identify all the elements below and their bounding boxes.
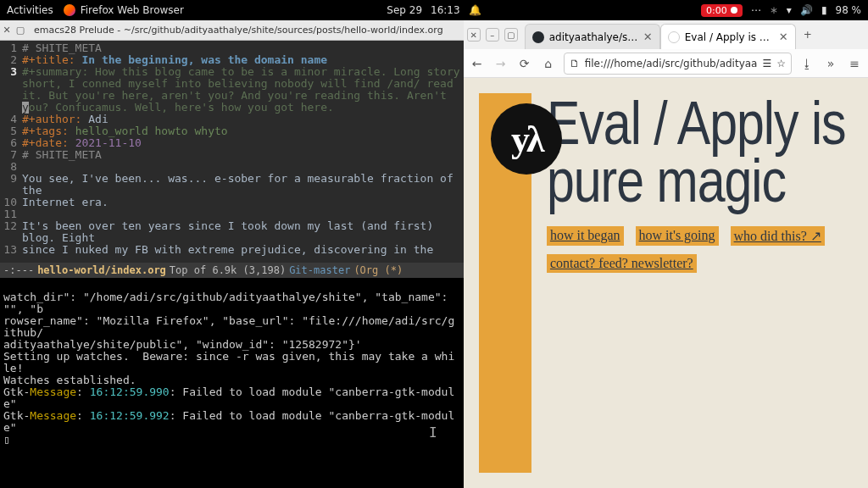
text-cursor-icon: I [429, 427, 437, 439]
url-bar[interactable]: 🗋 file:///home/adi/src/github/adityaa ☰ … [564, 53, 792, 75]
activities-button[interactable]: Activities [7, 4, 53, 16]
page-icon [668, 31, 680, 43]
clock-time[interactable]: 16:13 [431, 4, 460, 16]
logo-text: yλ [511, 118, 542, 161]
screencast-indicator[interactable]: 0:00 [701, 4, 743, 17]
battery-percent: 98 % [836, 4, 862, 16]
home-button[interactable]: ⌂ [540, 57, 557, 70]
battery-icon[interactable]: ▮ [821, 4, 827, 16]
close-tab-icon[interactable]: ✕ [643, 30, 653, 43]
link-how-its-going[interactable]: how it's going [636, 226, 719, 246]
link-how-it-began[interactable]: how it began [547, 226, 624, 246]
overflow-icon[interactable]: » [822, 57, 839, 70]
browser-tabbar: ✕ – ▢ adityaathalye/shite: The ✕ Eval / … [464, 20, 868, 49]
gnome-topbar: Activities Firefox Web Browser Sep 29 16… [0, 0, 868, 20]
close-icon[interactable]: ✕ [0, 25, 14, 36]
tab-github[interactable]: adityaathalye/shite: The ✕ [525, 24, 660, 49]
modeline-filename: hello-world/index.org [37, 264, 166, 276]
emacs-titlebar[interactable]: ✕ ▢ emacs28 Prelude - ~/src/github/adity… [0, 20, 464, 41]
emacs-buffer[interactable]: 1# SHITE_META 2#+title: In the beginning… [0, 41, 464, 263]
reload-button[interactable]: ⟳ [516, 57, 533, 70]
forward-button[interactable]: → [492, 57, 509, 70]
notification-bell-icon[interactable]: 🔔 [469, 4, 481, 16]
wifi-icon[interactable]: ▾ [787, 4, 792, 16]
page-title: Eval / Apply is pure magic [547, 93, 853, 209]
window-maximize-icon[interactable]: ▢ [504, 28, 518, 42]
bookmark-star-icon[interactable]: ☆ [776, 58, 786, 69]
clock-date[interactable]: Sep 29 [387, 4, 422, 16]
file-scheme-icon: 🗋 [570, 58, 580, 69]
page-content: yλ Eval / Apply is pure magic how it beg… [464, 78, 868, 488]
volume-icon[interactable]: 🔊 [800, 4, 813, 16]
window-icon[interactable]: ▢ [14, 25, 27, 36]
link-who-did-this[interactable]: who did this? ↗ [731, 226, 825, 246]
hamburger-menu-icon[interactable]: ≡ [846, 57, 863, 70]
browser-toolbar: ← → ⟳ ⌂ 🗋 file:///home/adi/src/github/ad… [464, 49, 868, 78]
firefox-window: ✕ – ▢ adityaathalye/shite: The ✕ Eval / … [464, 20, 868, 488]
emacs-cursor: y [22, 102, 29, 114]
github-icon [532, 31, 544, 43]
app-menu[interactable]: Firefox Web Browser [64, 4, 184, 16]
nav-links: how it began how it's going who did this… [547, 226, 853, 273]
close-tab-icon[interactable]: ✕ [779, 30, 788, 43]
window-minimize-icon[interactable]: – [486, 28, 499, 42]
bluetooth-icon[interactable]: ∗ [770, 4, 778, 16]
link-contact[interactable]: contact? feed? newsletter? [547, 254, 697, 273]
reader-mode-icon[interactable]: ☰ [762, 58, 771, 69]
tab-evalapply[interactable]: Eval / Apply is pure magic ✕ [660, 24, 796, 49]
sidebar-accent: yλ [479, 93, 531, 473]
back-button[interactable]: ← [469, 57, 486, 70]
terminal[interactable]: watch_dir": "/home/adi/src/github/aditya… [0, 278, 464, 488]
new-tab-button[interactable]: + [796, 23, 820, 47]
firefox-icon [64, 4, 75, 16]
emacs-title: emacs28 Prelude - ~/src/github/adityaath… [27, 25, 464, 36]
emacs-modeline: -:--- hello-world/index.org Top of 6.9k … [0, 263, 464, 278]
site-logo[interactable]: yλ [491, 103, 562, 175]
more-icon[interactable]: ⋯ [751, 4, 761, 16]
window-close-icon[interactable]: ✕ [467, 28, 481, 42]
downloads-icon[interactable]: ⭳ [798, 57, 815, 70]
